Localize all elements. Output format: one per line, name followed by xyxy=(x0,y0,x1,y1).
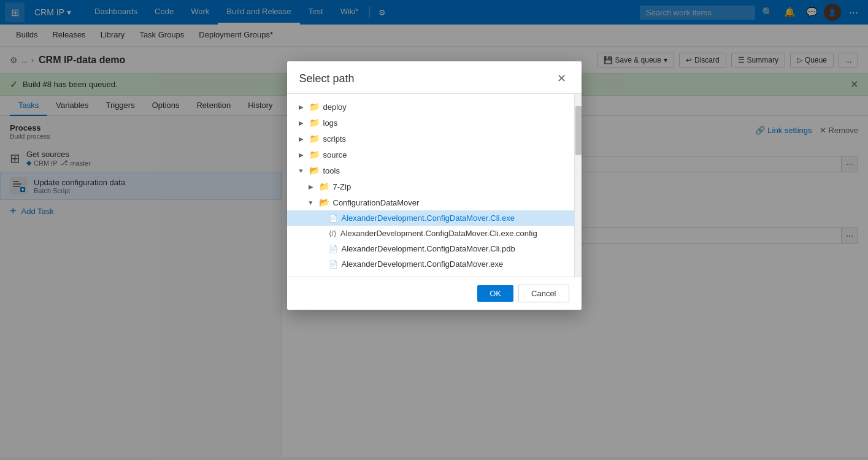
tree-item-file1[interactable]: 📄 AlexanderDevelopment.ConfigDataMover.C… xyxy=(287,210,574,226)
folder-icon-source: 📁 xyxy=(309,150,320,159)
modal-header: Select path ✕ xyxy=(287,61,582,94)
tree-item-scripts[interactable]: ▶ 📁 scripts xyxy=(287,131,574,147)
tree-toggle-deploy: ▶ xyxy=(297,102,305,111)
tree-item-logs[interactable]: ▶ 📁 logs xyxy=(287,115,574,131)
tree-label-source: source xyxy=(323,150,347,159)
tree-container[interactable]: ▶ 📁 deploy ▶ 📁 logs ▶ 📁 scripts xyxy=(287,94,574,277)
select-path-modal: Select path ✕ ▶ 📁 deploy ▶ 📁 logs xyxy=(287,61,582,310)
tree-label-scripts: scripts xyxy=(323,134,347,144)
file-icon-3: 📄 xyxy=(329,245,338,253)
tree-toggle-tools: ▼ xyxy=(297,166,305,175)
scrollbar[interactable] xyxy=(574,94,582,277)
tree-toggle-scripts: ▶ xyxy=(297,134,305,143)
tree-label-deploy: deploy xyxy=(323,102,347,112)
tree-item-deploy[interactable]: ▶ 📁 deploy xyxy=(287,99,574,115)
tree-label-file1: AlexanderDevelopment.ConfigDataMover.Cli… xyxy=(342,213,515,223)
tree-label-file3: AlexanderDevelopment.ConfigDataMover.Cli… xyxy=(342,244,515,253)
file-icon-4: 📄 xyxy=(329,260,338,269)
tree-item-configdatamover[interactable]: ▼ 📂 ConfigurationDataMover xyxy=(287,194,574,210)
modal-overlay[interactable]: Select path ✕ ▶ 📁 deploy ▶ 📁 logs xyxy=(0,0,868,457)
tree-label-tools: tools xyxy=(323,166,340,175)
modal-title: Select path xyxy=(299,72,355,85)
cancel-button[interactable]: Cancel xyxy=(518,285,569,302)
tree-toggle-configdatamover: ▼ xyxy=(307,198,315,207)
folder-icon-deploy: 📁 xyxy=(309,102,320,112)
tree-label-7zip: 7-Zip xyxy=(333,182,351,191)
tree-item-file3[interactable]: 📄 AlexanderDevelopment.ConfigDataMover.C… xyxy=(287,241,574,256)
tree-label-logs: logs xyxy=(323,118,338,128)
tree-item-7zip[interactable]: ▶ 📁 7-Zip xyxy=(287,178,574,194)
tree-item-tools[interactable]: ▼ 📂 tools xyxy=(287,163,574,178)
file-icon-2: ⟨/⟩ xyxy=(329,229,337,238)
tree-item-source[interactable]: ▶ 📁 source xyxy=(287,147,574,163)
folder-icon-7zip: 📁 xyxy=(319,182,329,191)
tree-label-file2: AlexanderDevelopment.ConfigDataMover.Cli… xyxy=(340,229,537,238)
tree-toggle-source: ▶ xyxy=(297,150,305,159)
file-icon-1: 📄 xyxy=(329,214,338,223)
tree-label-file4: AlexanderDevelopment.ConfigDataMover.exe xyxy=(342,259,504,269)
modal-footer: OK Cancel xyxy=(287,277,582,310)
tree-toggle-7zip: ▶ xyxy=(307,182,315,191)
folder-icon-logs: 📁 xyxy=(309,118,320,128)
folder-icon-scripts: 📁 xyxy=(309,134,320,144)
scrollbar-thumb xyxy=(575,106,582,155)
modal-close-btn[interactable]: ✕ xyxy=(555,71,569,86)
tree-toggle-logs: ▶ xyxy=(297,118,305,127)
ok-button[interactable]: OK xyxy=(477,285,513,302)
tree-label-configdatamover: ConfigurationDataMover xyxy=(333,198,420,207)
modal-body: ▶ 📁 deploy ▶ 📁 logs ▶ 📁 scripts xyxy=(287,94,582,277)
folder-icon-tools: 📂 xyxy=(309,166,320,175)
tree-item-file2[interactable]: ⟨/⟩ AlexanderDevelopment.ConfigDataMover… xyxy=(287,226,574,241)
tree-item-file4[interactable]: 📄 AlexanderDevelopment.ConfigDataMover.e… xyxy=(287,256,574,272)
folder-icon-configdatamover: 📂 xyxy=(319,197,329,207)
